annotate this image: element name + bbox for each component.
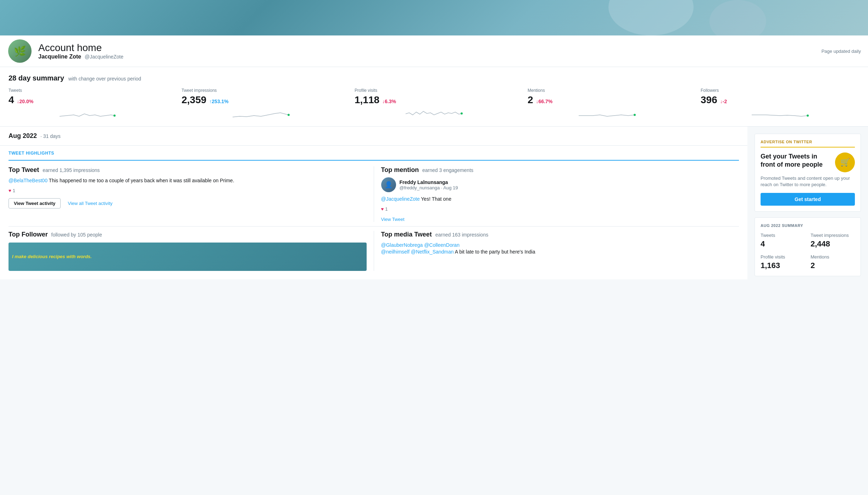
highlights-grid: Top Tweet earned 1,395 impressions @Bela… — [9, 166, 739, 222]
mention-actions: View Tweet — [381, 217, 739, 222]
top-follower-col: Top Follower followed by 105 people I ma… — [9, 231, 374, 271]
advertise-header: Get your Tweets in front of more people … — [761, 152, 855, 172]
mention-handle-date: @freddy_nunsanga · Aug 19 — [400, 185, 458, 190]
metric-mentions-change: ↓66.7% — [536, 99, 553, 104]
metrics-row: Tweets 4 ↓20.0% Tweet impressions 2,359 … — [9, 88, 859, 119]
top-tweet-body: This happened to me too a couple of year… — [48, 178, 234, 183]
aug-summary-box: AUG 2022 SUMMARY Tweets 4 Tweet impressi… — [755, 217, 861, 276]
aug-summary-grid: Tweets 4 Tweet impressions 2,448 Profile… — [761, 233, 855, 270]
top-follower-heading: Top Follower — [9, 231, 48, 238]
highlights-section: TWEET HIGHLIGHTS Top Tweet earned 1,395 … — [0, 146, 747, 279]
aug-stat-tweets-label: Tweets — [761, 233, 805, 238]
top-mention-col: Top mention earned 3 engagements 👤 Fredd… — [381, 166, 739, 222]
media-link-4[interactable]: @Netflix_Sandman — [411, 249, 454, 255]
top-media-tweet-sub: earned 163 impressions — [435, 232, 488, 238]
aug-stat-profile-visits: Profile visits 1,163 — [761, 254, 805, 270]
svg-point-1 — [288, 114, 290, 116]
top-media-tweet-col: Top media Tweet earned 163 impressions @… — [381, 231, 739, 271]
aug-stat-profile-visits-value: 1,163 — [761, 261, 805, 270]
aug-stat-mentions: Mentions 2 — [811, 254, 855, 270]
summary-subtitle: with change over previous period — [68, 76, 141, 82]
sparkline-tweets — [9, 109, 167, 119]
metric-mentions: Mentions 2 ↓66.7% — [528, 88, 686, 119]
mention-avatar: 👤 — [381, 177, 396, 192]
advertise-desc: Promoted Tweets and content open up your… — [761, 175, 855, 188]
svg-point-2 — [461, 112, 463, 115]
top-mention-sub: earned 3 engagements — [422, 167, 473, 173]
media-link-2[interactable]: @ColleenDoran — [424, 242, 460, 248]
aug-stat-tweets-value: 4 — [761, 239, 805, 249]
mention-like-count: 1 — [385, 206, 388, 212]
top-follower-sub: followed by 105 people — [51, 232, 102, 238]
sparkline-profile-visits — [355, 109, 513, 119]
view-all-tweet-activity-link[interactable]: View all Tweet activity — [68, 201, 112, 206]
metric-profile-visits-value: 1,118 — [355, 94, 379, 106]
metric-profile-visits-change: ↓6.3% — [382, 99, 396, 104]
28day-summary-section: 28 day summary with change over previous… — [0, 67, 868, 127]
media-link-1[interactable]: @GlauberNobrega — [381, 242, 423, 248]
mention-likes: ♥ 1 — [381, 206, 739, 212]
svg-point-0 — [113, 115, 116, 117]
account-info: Jacqueline Zote @JacquelineZote — [38, 54, 822, 60]
heart-icon: ♥ — [9, 188, 11, 193]
metric-tweets-change: ↓20.0% — [17, 99, 34, 104]
mention-user-name: Freddy Lalnunsanga — [400, 179, 458, 185]
account-name: Jacqueline Zote — [38, 54, 81, 60]
metric-impressions: Tweet impressions 2,359 ↑253.1% — [182, 88, 340, 119]
media-tweet-body: A bit late to the party but here's India — [455, 249, 535, 255]
aug-stat-tweets: Tweets 4 — [761, 233, 805, 249]
sparkline-followers — [701, 109, 859, 119]
mention-jacqueline-link[interactable]: @JacquelineZote — [381, 196, 420, 202]
avatar: 🌿 — [7, 38, 33, 64]
metric-tweets: Tweets 4 ↓20.0% — [9, 88, 167, 119]
top-tweet-col: Top Tweet earned 1,395 impressions @Bela… — [9, 166, 374, 222]
mention-tweet-body: Yes! That one — [420, 196, 451, 202]
account-header: 🌿 Account home Jacqueline Zote @Jacqueli… — [0, 35, 868, 67]
top-mention-heading: Top mention — [381, 166, 419, 173]
shopping-cart-icon: 🛒 — [840, 158, 850, 167]
advertise-box: ADVERTISE ON TWITTER Get your Tweets in … — [755, 134, 861, 212]
top-tweet-mention-link[interactable]: @BelaTheBest00 — [9, 178, 48, 183]
sparkline-impressions — [182, 109, 340, 119]
sparkline-mentions — [528, 109, 686, 119]
metric-profile-visits: Profile visits 1,118 ↓6.3% — [355, 88, 513, 119]
aug-stat-mentions-value: 2 — [811, 261, 855, 270]
aug-stat-impressions-value: 2,448 — [811, 239, 855, 249]
view-tweet-activity-button[interactable]: View Tweet activity — [9, 198, 61, 208]
page-title: Account home — [38, 42, 822, 54]
metric-followers-label: Followers — [701, 88, 859, 93]
advertise-title: Get your Tweets in front of more people — [761, 152, 831, 169]
aug-stat-mentions-label: Mentions — [811, 254, 855, 260]
bottom-highlights-grid: Top Follower followed by 105 people I ma… — [9, 231, 739, 271]
highlights-divider — [9, 226, 739, 227]
mention-tweet-text: @JacquelineZote Yes! That one — [381, 196, 739, 203]
account-handle: @JacquelineZote — [85, 54, 123, 60]
view-tweet-link[interactable]: View Tweet — [381, 217, 405, 222]
follower-banner-text: I make delicious recipes with words. — [12, 254, 92, 259]
get-started-button[interactable]: Get started — [761, 193, 855, 206]
metric-mentions-value: 2 — [528, 94, 533, 106]
metric-impressions-label: Tweet impressions — [182, 88, 340, 93]
advertise-icon: 🛒 — [835, 152, 855, 172]
advertise-label: ADVERTISE ON TWITTER — [761, 140, 855, 148]
summary-title: 28 day summary — [9, 74, 64, 82]
metric-impressions-value: 2,359 — [182, 94, 206, 106]
top-media-tweet-text: @GlauberNobrega @ColleenDoran @neilhimse… — [381, 242, 739, 256]
period-section: Aug 2022 · 31 days — [0, 127, 747, 146]
aug-stat-impressions-label: Tweet impressions — [811, 233, 855, 238]
mention-user-block: 👤 Freddy Lalnunsanga @freddy_nunsanga · … — [381, 177, 739, 192]
svg-point-3 — [634, 114, 636, 116]
aug-summary-label: AUG 2022 SUMMARY — [761, 223, 855, 228]
top-tweet-text: @BelaTheBest00 This happened to me too a… — [9, 177, 367, 184]
svg-point-4 — [807, 115, 809, 117]
top-tweet-actions: View Tweet activity View all Tweet activ… — [9, 198, 367, 208]
period-days: · 31 days — [40, 133, 61, 139]
top-media-tweet-heading: Top media Tweet — [381, 231, 432, 238]
metric-followers-change: ↓-2 — [720, 99, 727, 104]
metric-followers: Followers 396 ↓-2 — [701, 88, 859, 119]
media-link-3[interactable]: @neilhimself — [381, 249, 410, 255]
metric-mentions-label: Mentions — [528, 88, 686, 93]
header-title-block: Account home Jacqueline Zote @Jacqueline… — [38, 42, 822, 60]
top-tweet-likes: ♥ 1 — [9, 188, 367, 193]
mention-heart-icon: ♥ — [381, 206, 384, 212]
